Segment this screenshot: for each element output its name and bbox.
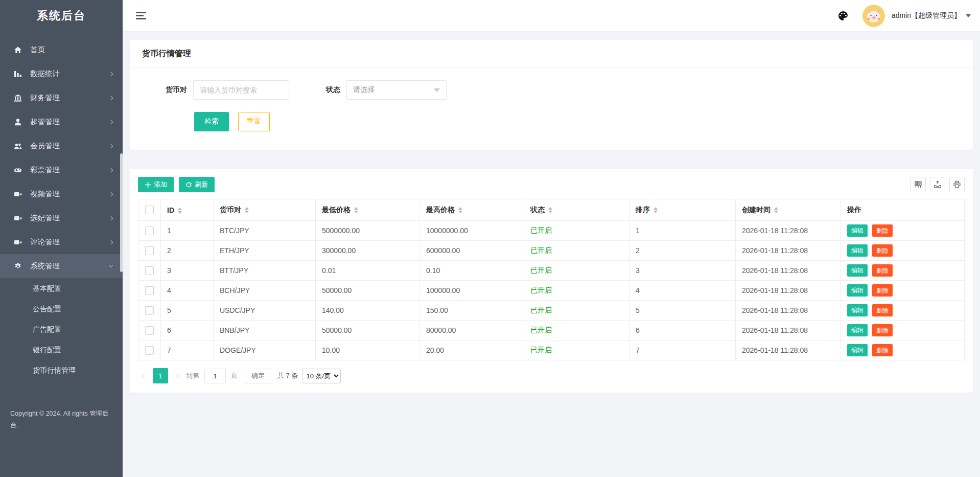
gamepad-icon (13, 166, 22, 175)
row-checkbox[interactable] (145, 226, 154, 235)
col-header-id[interactable]: ID (161, 199, 214, 221)
col-header-min[interactable]: 最低价格 (316, 199, 420, 221)
chevron-right-icon (109, 144, 113, 148)
delete-button[interactable]: 删除 (872, 284, 893, 297)
sidebar-item-video[interactable]: 视频管理 (0, 182, 123, 206)
row-checkbox[interactable] (145, 246, 154, 255)
submenu-item-basic-config[interactable]: 基本配置 (0, 278, 123, 299)
sidebar-item-admin[interactable]: 超管管理 (0, 110, 123, 134)
video-camera-icon (13, 238, 22, 247)
edit-button[interactable]: 编辑 (847, 344, 868, 356)
edit-button[interactable]: 编辑 (847, 244, 868, 257)
sort-icon (245, 207, 249, 213)
user-dropdown-caret-icon[interactable] (966, 14, 971, 17)
menu-toggle-icon[interactable] (136, 12, 146, 19)
col-header-max[interactable]: 最高价格 (420, 199, 524, 221)
col-header-sort[interactable]: 排序 (629, 199, 736, 221)
row-checkbox[interactable] (145, 346, 154, 355)
refresh-icon (185, 181, 192, 188)
col-header-pair[interactable]: 货币对 (214, 199, 316, 221)
sidebar-item-stats[interactable]: 数据统计 (0, 62, 123, 86)
sidebar-item-members[interactable]: 会员管理 (0, 134, 123, 158)
goto-label: 到第 (186, 371, 199, 380)
users-icon (13, 142, 22, 151)
table-header-row: ID 货币对 最低价格 最高价格 状态 排序 创建时间 操作 (138, 199, 965, 221)
edit-button[interactable]: 编辑 (847, 224, 868, 237)
edit-button[interactable]: 编辑 (847, 304, 868, 316)
sidebar-item-consort[interactable]: 选妃管理 (0, 206, 123, 230)
sidebar-item-comments[interactable]: 评论管理 (0, 230, 123, 254)
table-row: 3 BTT/JPY 0.01 0.10 已开启 3 2026-01-18 11:… (138, 261, 965, 281)
col-header-status[interactable]: 状态 (524, 199, 629, 221)
total-count-label: 共 7 条 (277, 371, 298, 380)
top-header: admin【超级管理员】 (123, 0, 980, 32)
submenu-item-currency-market[interactable]: 货币行情管理 (0, 360, 123, 380)
edit-button[interactable]: 编辑 (847, 264, 868, 277)
goto-confirm-button[interactable]: 确定 (245, 369, 271, 383)
sidebar-scrollbar[interactable] (120, 153, 123, 272)
table-row: 1 BTC/JPY 5000000.00 10000000.00 已开启 1 2… (138, 221, 965, 241)
page-size-select[interactable]: 10 条/页 (302, 369, 341, 383)
copyright-text: Copyright © 2024. All rights 管理后台. (0, 408, 123, 431)
select-caret-icon (434, 88, 440, 92)
username-label[interactable]: admin【超级管理员】 (892, 11, 961, 20)
status-badge: 已开启 (524, 340, 629, 360)
row-checkbox[interactable] (145, 266, 154, 275)
sidebar-item-lottery[interactable]: 彩票管理 (0, 158, 123, 182)
select-all-checkbox[interactable] (145, 206, 154, 214)
submenu-item-notice-config[interactable]: 公告配置 (0, 299, 123, 319)
status-select-value: 请选择 (353, 85, 375, 95)
chevron-right-icon (109, 240, 113, 244)
chevron-right-icon (109, 216, 113, 220)
search-button[interactable]: 检索 (194, 112, 229, 131)
delete-button[interactable]: 删除 (872, 264, 893, 277)
submenu-item-bank-config[interactable]: 银行配置 (0, 339, 123, 360)
status-badge: 已开启 (524, 301, 629, 321)
status-select[interactable]: 请选择 (346, 80, 447, 100)
export-button[interactable] (930, 177, 945, 192)
status-badge: 已开启 (524, 321, 629, 340)
reset-button[interactable]: 重置 (238, 112, 270, 131)
sort-icon (774, 207, 778, 213)
row-checkbox[interactable] (145, 326, 154, 335)
col-header-created[interactable]: 创建时间 (736, 199, 841, 221)
theme-palette-icon[interactable] (837, 10, 849, 22)
add-button[interactable]: 添加 (138, 177, 174, 192)
pair-label: 货币对 (166, 85, 187, 95)
table-row: 5 USDC/JPY 140.00 150.00 已开启 5 2026-01-1… (138, 301, 965, 321)
delete-button[interactable]: 删除 (872, 344, 893, 356)
table-card: 添加 刷新 (130, 169, 973, 393)
sidebar-item-finance[interactable]: 财务管理 (0, 86, 123, 110)
status-badge: 已开启 (524, 221, 629, 241)
current-page-button[interactable]: 1 (153, 368, 168, 383)
sidebar-item-home[interactable]: 首页 (0, 38, 123, 62)
print-button[interactable] (949, 177, 965, 192)
delete-button[interactable]: 删除 (872, 224, 893, 237)
pair-search-input[interactable] (193, 80, 289, 100)
edit-button[interactable]: 编辑 (847, 284, 868, 297)
row-checkbox[interactable] (145, 306, 154, 315)
status-badge: 已开启 (524, 241, 629, 261)
app-window: 系统后台 首页 数据统计 财务管理 (0, 0, 980, 477)
chevron-right-icon (109, 192, 113, 196)
gear-icon (13, 262, 22, 271)
chevron-right-icon (109, 96, 113, 100)
sidebar-item-system[interactable]: 系统管理 (0, 254, 123, 278)
delete-button[interactable]: 删除 (872, 304, 893, 316)
delete-button[interactable]: 删除 (872, 244, 893, 257)
prev-page-button[interactable] (138, 374, 151, 378)
main-content: 货币行情管理 货币对 状态 请选择 (123, 32, 980, 477)
table-row: 6 BNB/JPY 50000.00 80000.00 已开启 6 2026-0… (138, 321, 965, 340)
pagination: 1 到第 页 确定 共 7 条 10 条/页 (138, 368, 965, 383)
next-page-button[interactable] (170, 374, 183, 378)
edit-button[interactable]: 编辑 (847, 324, 868, 336)
delete-button[interactable]: 删除 (872, 324, 893, 336)
refresh-button[interactable]: 刷新 (179, 177, 215, 192)
print-icon (953, 180, 961, 189)
submenu-item-ad-config[interactable]: 广告配置 (0, 319, 123, 339)
filter-columns-button[interactable] (911, 177, 926, 192)
goto-page-input[interactable] (204, 369, 226, 383)
table-row: 4 BCH/JPY 50000.00 100000.00 已开启 4 2026-… (138, 281, 965, 301)
row-checkbox[interactable] (145, 286, 154, 295)
user-avatar[interactable] (862, 5, 885, 27)
